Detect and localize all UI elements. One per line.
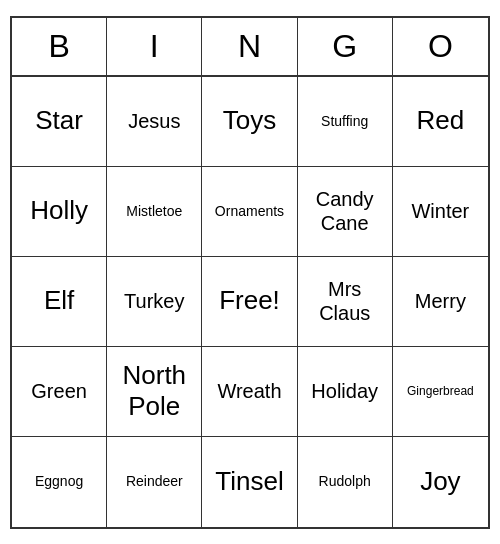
cell-r1-c2: Ornaments xyxy=(202,167,297,257)
cell-r2-c4: Merry xyxy=(393,257,488,347)
header-letter: G xyxy=(298,18,393,75)
cell-r1-c3: CandyCane xyxy=(298,167,393,257)
cell-r2-c3: MrsClaus xyxy=(298,257,393,347)
cell-r3-c4: Gingerbread xyxy=(393,347,488,437)
cell-r3-c2: Wreath xyxy=(202,347,297,437)
bingo-card: BINGO StarJesusToysStuffingRedHollyMistl… xyxy=(10,16,490,529)
cell-r2-c1: Turkey xyxy=(107,257,202,347)
bingo-header: BINGO xyxy=(12,18,488,77)
cell-r3-c1: NorthPole xyxy=(107,347,202,437)
cell-r0-c3: Stuffing xyxy=(298,77,393,167)
cell-r3-c0: Green xyxy=(12,347,107,437)
cell-r4-c2: Tinsel xyxy=(202,437,297,527)
bingo-grid: StarJesusToysStuffingRedHollyMistletoeOr… xyxy=(12,77,488,527)
cell-r1-c4: Winter xyxy=(393,167,488,257)
cell-r0-c2: Toys xyxy=(202,77,297,167)
cell-r1-c0: Holly xyxy=(12,167,107,257)
cell-r1-c1: Mistletoe xyxy=(107,167,202,257)
header-letter: O xyxy=(393,18,488,75)
cell-r4-c1: Reindeer xyxy=(107,437,202,527)
cell-r0-c1: Jesus xyxy=(107,77,202,167)
cell-r3-c3: Holiday xyxy=(298,347,393,437)
header-letter: B xyxy=(12,18,107,75)
header-letter: N xyxy=(202,18,297,75)
cell-r0-c4: Red xyxy=(393,77,488,167)
cell-r4-c4: Joy xyxy=(393,437,488,527)
cell-r2-c0: Elf xyxy=(12,257,107,347)
cell-r2-c2: Free! xyxy=(202,257,297,347)
cell-r4-c3: Rudolph xyxy=(298,437,393,527)
header-letter: I xyxy=(107,18,202,75)
cell-r0-c0: Star xyxy=(12,77,107,167)
cell-r4-c0: Eggnog xyxy=(12,437,107,527)
